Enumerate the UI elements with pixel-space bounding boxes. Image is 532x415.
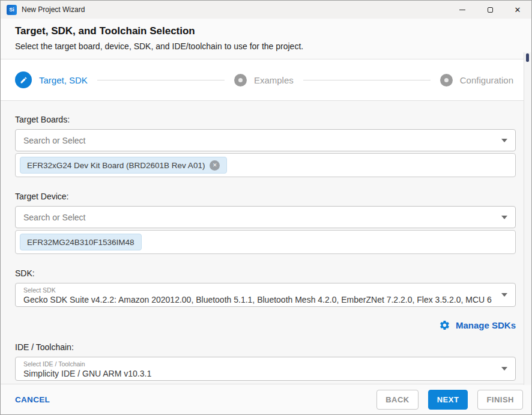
cancel-button[interactable]: CANCEL (15, 395, 50, 404)
maximize-button[interactable] (476, 1, 504, 19)
sdk-select-floating-label: Select SDK (23, 286, 497, 294)
step-inactive-circle (234, 74, 247, 86)
step-configuration[interactable]: Configuration (440, 74, 513, 86)
manage-sdks-label: Manage SDKs (456, 320, 516, 330)
target-device-label: Target Device: (15, 192, 516, 201)
wizard-header: Target, SDK, and Toolchain Selection Sel… (1, 19, 531, 59)
ide-selected-value: Simplicity IDE / GNU ARM v10.3.1 (23, 368, 497, 380)
maximize-icon (488, 7, 493, 13)
ide-toolchain-group: IDE / Toolchain: Select IDE / Toolchain … (15, 342, 516, 381)
sdk-selected-value: Gecko SDK Suite v4.2.2: Amazon 202012.00… (23, 294, 497, 306)
target-device-search-input[interactable] (23, 213, 497, 222)
stepper-connector (97, 80, 225, 80)
gear-icon (439, 320, 450, 331)
wizard-footer: CANCEL BACK NEXT FINISH (1, 384, 531, 414)
new-project-wizard-dialog: Si New Project Wizard ✕ Target, SDK, and… (0, 0, 532, 415)
step-label: Configuration (460, 75, 513, 85)
chevron-down-icon[interactable] (501, 216, 507, 219)
footer-buttons: BACK NEXT FINISH (376, 390, 523, 410)
step-label: Target, SDK (39, 75, 88, 85)
chip-label: EFR32MG24B310F1536IM48 (27, 238, 135, 247)
remove-chip-icon[interactable]: ✕ (210, 160, 220, 171)
scrollbar-track[interactable] (524, 52, 531, 385)
chevron-down-icon[interactable] (501, 367, 507, 371)
target-boards-selected-list: EFR32xG24 Dev Kit Board (BRD2601B Rev A0… (15, 153, 516, 177)
target-device-chip: EFR32MG24B310F1536IM48 (20, 234, 142, 250)
sdk-select[interactable]: Select SDK Gecko SDK Suite v4.2.2: Amazo… (15, 283, 516, 307)
target-boards-search-input[interactable] (23, 136, 497, 145)
sdk-label: SDK: (15, 268, 516, 278)
pencil-icon (20, 76, 28, 84)
chevron-down-icon[interactable] (501, 293, 507, 297)
finish-button[interactable]: FINISH (477, 390, 523, 410)
minimize-icon (459, 10, 465, 10)
target-boards-combobox[interactable] (15, 129, 516, 151)
step-target-sdk[interactable]: Target, SDK (15, 71, 88, 88)
wizard-stepper: Target, SDK Examples Configuration (1, 59, 531, 101)
step-label: Examples (254, 75, 294, 85)
close-button[interactable]: ✕ (504, 1, 531, 19)
target-board-chip: EFR32xG24 Dev Kit Board (BRD2601B Rev A0… (20, 157, 227, 174)
step-inactive-circle (440, 74, 453, 86)
ide-select-floating-label: Select IDE / Toolchain (23, 360, 497, 368)
window-title: New Project Wizard (22, 5, 85, 14)
window-controls: ✕ (449, 1, 531, 19)
scrollbar-thumb[interactable] (526, 53, 529, 62)
simplicity-studio-logo-icon: Si (7, 5, 17, 15)
target-device-selected-list: EFR32MG24B310F1536IM48 (15, 230, 516, 254)
page-subtitle: Select the target board, device, SDK, an… (15, 41, 517, 51)
minimize-button[interactable] (449, 1, 476, 19)
chevron-down-icon[interactable] (501, 139, 507, 142)
target-boards-label: Target Boards: (15, 115, 516, 124)
target-device-combobox[interactable] (15, 206, 516, 228)
close-icon: ✕ (515, 6, 521, 14)
ide-toolchain-select[interactable]: Select IDE / Toolchain Simplicity IDE / … (15, 357, 516, 381)
chip-label: EFR32xG24 Dev Kit Board (BRD2601B Rev A0… (27, 161, 205, 170)
target-device-group: Target Device: EFR32MG24B310F1536IM48 (15, 192, 516, 254)
stepper-connector (303, 80, 431, 80)
step-examples[interactable]: Examples (234, 74, 294, 86)
back-button[interactable]: BACK (376, 390, 419, 410)
manage-sdks-link[interactable]: Manage SDKs (15, 320, 516, 331)
sdk-group: SDK: Select SDK Gecko SDK Suite v4.2.2: … (15, 268, 516, 307)
page-title: Target, SDK, and Toolchain Selection (15, 25, 517, 37)
wizard-content: Target Boards: EFR32xG24 Dev Kit Board (… (1, 101, 531, 381)
next-button[interactable]: NEXT (428, 390, 468, 410)
step-active-circle (15, 71, 32, 88)
titlebar[interactable]: Si New Project Wizard ✕ (1, 1, 531, 19)
ide-toolchain-label: IDE / Toolchain: (15, 342, 516, 352)
target-boards-group: Target Boards: EFR32xG24 Dev Kit Board (… (15, 115, 516, 177)
